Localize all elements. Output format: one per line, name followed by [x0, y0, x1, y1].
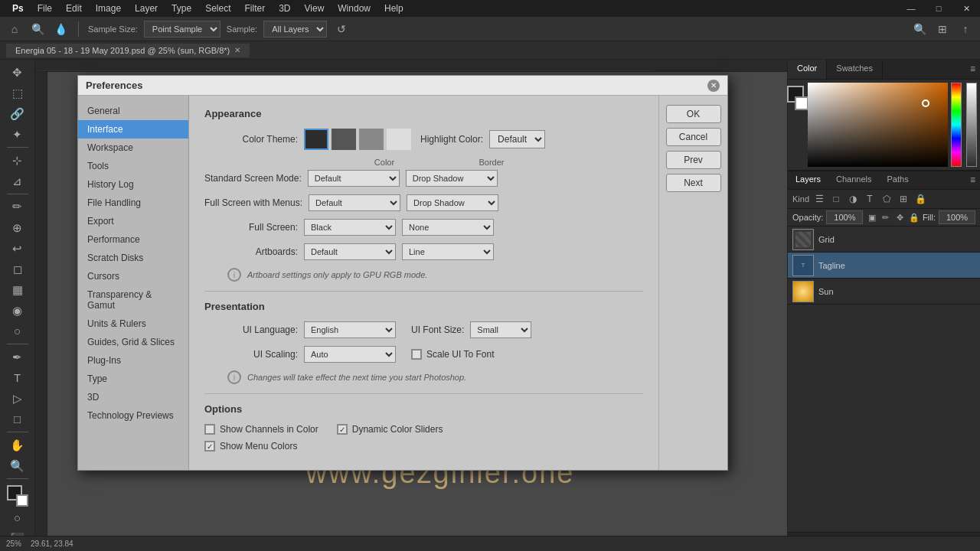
swatches-tab[interactable]: Swatches: [827, 60, 883, 79]
color-theme-dark[interactable]: [304, 129, 328, 150]
fg-bg-boxes[interactable]: [787, 86, 808, 110]
layers-tab[interactable]: Layers: [788, 171, 828, 189]
arrange-icon[interactable]: ⊞: [934, 21, 951, 37]
menu-image[interactable]: Image: [90, 2, 127, 15]
type-tool[interactable]: T: [7, 368, 28, 387]
fullscreen-menus-color-select[interactable]: Default: [309, 194, 400, 211]
document-tab[interactable]: Energia 05 - 18 - 19 May 2019.psd @ 25% …: [6, 44, 250, 57]
prev-button[interactable]: Prev: [666, 151, 721, 169]
share-icon[interactable]: ↑: [957, 21, 974, 37]
highlight-color-select[interactable]: Default: [489, 130, 545, 148]
marquee-tool[interactable]: ⬚: [7, 83, 28, 103]
lock-position-icon[interactable]: ✥: [894, 210, 905, 224]
hand-tool[interactable]: ✋: [7, 435, 28, 455]
type-layer-icon[interactable]: T: [863, 192, 877, 206]
close-btn[interactable]: ✕: [952, 0, 980, 17]
sidebar-item-3d[interactable]: 3D: [78, 388, 188, 406]
sidebar-item-general[interactable]: General: [78, 102, 188, 120]
show-menu-colors-checkbox[interactable]: [204, 441, 215, 452]
crop-tool[interactable]: ⊹: [7, 151, 28, 170]
menu-select[interactable]: Select: [199, 2, 237, 15]
ok-button[interactable]: OK: [666, 105, 721, 123]
background-color[interactable]: [16, 494, 28, 507]
fill-input[interactable]: [939, 210, 975, 224]
paths-tab[interactable]: Paths: [880, 171, 916, 189]
color-theme-light[interactable]: [387, 129, 411, 150]
cancel-button[interactable]: Cancel: [666, 128, 721, 146]
dialog-close-button[interactable]: ✕: [707, 80, 720, 92]
move-tool[interactable]: ✥: [7, 63, 28, 82]
sidebar-item-guides[interactable]: Guides, Grid & Slices: [78, 333, 188, 351]
search-icon[interactable]: 🔍: [911, 21, 928, 37]
pen-tool[interactable]: ✒: [7, 347, 28, 367]
eyedropper-icon[interactable]: 🔍: [29, 21, 46, 37]
menu-file[interactable]: File: [31, 2, 58, 15]
menu-help[interactable]: Help: [378, 2, 410, 15]
artboards-border-select[interactable]: Line: [402, 243, 494, 260]
clone-tool[interactable]: ⊕: [7, 218, 28, 237]
gradient-tool[interactable]: ▦: [7, 280, 28, 299]
sample-size-select[interactable]: Point Sample: [144, 21, 220, 37]
menu-3d[interactable]: 3D: [273, 2, 296, 15]
path-tool[interactable]: ▷: [7, 389, 28, 408]
maximize-btn[interactable]: □: [925, 0, 952, 17]
sidebar-item-history-log[interactable]: History Log: [78, 175, 188, 194]
menu-filter[interactable]: Filter: [238, 2, 271, 15]
sidebar-item-cursors[interactable]: Cursors: [78, 267, 188, 285]
next-button[interactable]: Next: [666, 174, 721, 192]
all-layers-icon[interactable]: ☰: [812, 192, 826, 206]
sidebar-item-units[interactable]: Units & Rulers: [78, 315, 188, 333]
layers-panel-options-btn[interactable]: ≡: [965, 171, 980, 189]
ui-scaling-select[interactable]: Auto: [304, 346, 396, 363]
sidebar-item-export[interactable]: Export: [78, 212, 188, 230]
lasso-tool[interactable]: 🔗: [7, 104, 28, 123]
shape-layer-icon[interactable]: ⬠: [880, 192, 893, 206]
color-theme-medium-dark[interactable]: [332, 129, 356, 150]
dynamic-color-sliders-checkbox[interactable]: [337, 424, 348, 435]
ui-font-size-select[interactable]: Small: [470, 321, 531, 338]
dropper2-icon[interactable]: 💧: [52, 21, 69, 37]
sidebar-item-file-handling[interactable]: File Handling: [78, 194, 188, 212]
standard-screen-color-select[interactable]: Default: [308, 170, 400, 187]
menu-layer[interactable]: Layer: [129, 2, 164, 15]
zoom-tool[interactable]: 🔍: [7, 456, 28, 475]
menu-ps[interactable]: Ps: [6, 2, 30, 15]
sidebar-item-transparency[interactable]: Transparency & Gamut: [78, 285, 188, 315]
channels-tab[interactable]: Channels: [828, 171, 879, 189]
scale-ui-checkbox[interactable]: [411, 349, 422, 360]
smart-object-icon[interactable]: ⊞: [897, 192, 910, 206]
adjustment-layer-icon[interactable]: ◑: [846, 192, 860, 206]
refresh-icon[interactable]: ↺: [333, 21, 350, 37]
blur-tool[interactable]: ◉: [7, 301, 28, 320]
sidebar-item-type[interactable]: Type: [78, 370, 188, 388]
panel-options-btn[interactable]: ≡: [965, 60, 980, 79]
eyedropper-tool[interactable]: ⊿: [7, 171, 28, 191]
color-gradient[interactable]: [808, 83, 948, 167]
sidebar-item-tech-previews[interactable]: Technology Previews: [78, 406, 188, 425]
dodge-tool[interactable]: ○: [7, 321, 28, 341]
background-swatch[interactable]: [795, 96, 808, 110]
color-tab[interactable]: Color: [788, 60, 827, 79]
layer-row-sun[interactable]: Sun: [788, 279, 980, 305]
sidebar-item-plugins[interactable]: Plug-Ins: [78, 351, 188, 370]
wand-tool[interactable]: ✦: [7, 125, 28, 144]
lock-transparent-icon[interactable]: ▣: [866, 210, 877, 224]
sample-layers-select[interactable]: All Layers: [263, 21, 327, 37]
tab-close-icon[interactable]: ✕: [234, 46, 240, 54]
shape-tool[interactable]: □: [7, 409, 28, 429]
pixel-layer-icon[interactable]: □: [829, 192, 843, 206]
fullscreen-border-select[interactable]: None: [402, 219, 494, 236]
hue-spectrum[interactable]: [951, 83, 962, 167]
menu-edit[interactable]: Edit: [60, 2, 88, 15]
lock-icon[interactable]: 🔒: [913, 192, 927, 206]
sidebar-item-scratch-disks[interactable]: Scratch Disks: [78, 249, 188, 267]
opacity-input[interactable]: [826, 210, 863, 224]
lock-all-icon[interactable]: 🔒: [908, 210, 919, 224]
menu-window[interactable]: Window: [332, 2, 377, 15]
quick-mask-tool[interactable]: ○: [7, 508, 28, 527]
eraser-tool[interactable]: ◻: [7, 259, 28, 279]
sidebar-item-tools[interactable]: Tools: [78, 157, 188, 175]
opacity-spectrum[interactable]: [966, 83, 977, 167]
history-tool[interactable]: ↩: [7, 239, 28, 258]
show-channels-checkbox[interactable]: [204, 424, 215, 435]
